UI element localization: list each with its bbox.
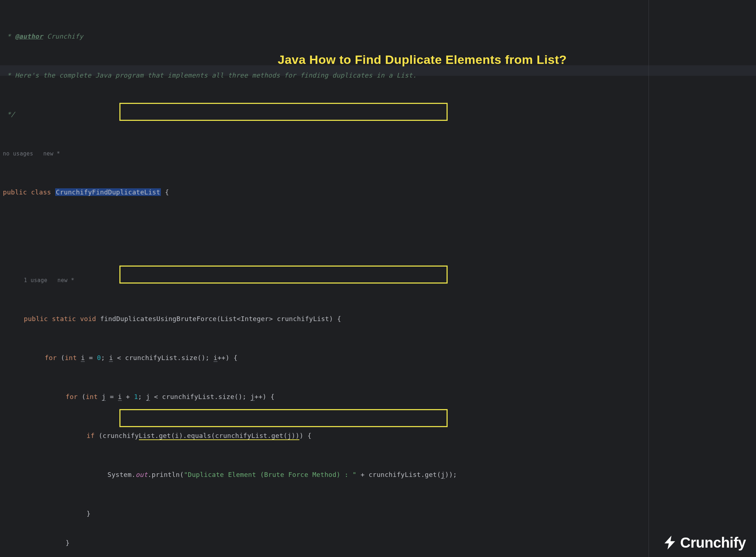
javadoc-end (3, 110, 7, 118)
inlay-hint: 1 usage new * (3, 275, 756, 285)
code-line[interactable]: */ (3, 109, 756, 119)
code-line[interactable]: } (3, 509, 756, 518)
class-name[interactable]: CrunchifyFindDuplicateList (55, 188, 161, 196)
code-line[interactable]: public class CrunchifyFindDuplicateList … (3, 187, 756, 197)
code-line[interactable]: } (3, 538, 756, 548)
code-editor[interactable]: * @author Crunchify * Here's the complet… (0, 0, 756, 557)
method-params: (List<Integer> crunchifyList) { (217, 315, 341, 323)
code-line[interactable]: * Here's the complete Java program that … (3, 70, 756, 80)
code-line[interactable]: System.out.println("Duplicate Element (B… (3, 470, 756, 479)
code-line[interactable]: public static void findDuplicatesUsingBr… (3, 314, 756, 324)
inlay-hint: no usages new * (3, 148, 756, 158)
code-line[interactable]: * @author Crunchify (3, 31, 756, 41)
blank-line (3, 226, 756, 236)
code-line[interactable]: for (int j = i + 1; j < crunchifyList.si… (3, 392, 756, 402)
javadoc-author-name: Crunchify (47, 32, 83, 40)
code-line[interactable]: for (int i = 0; i < crunchifyList.size()… (3, 353, 756, 363)
method-name: findDuplicatesUsingBruteForce (100, 315, 217, 323)
javadoc-desc: Here's the complete Java program that im… (15, 71, 417, 79)
javadoc-author-tag: @author (15, 32, 43, 40)
code-line[interactable]: if (crunchifyList.get(i).equals(crunchif… (3, 431, 756, 440)
